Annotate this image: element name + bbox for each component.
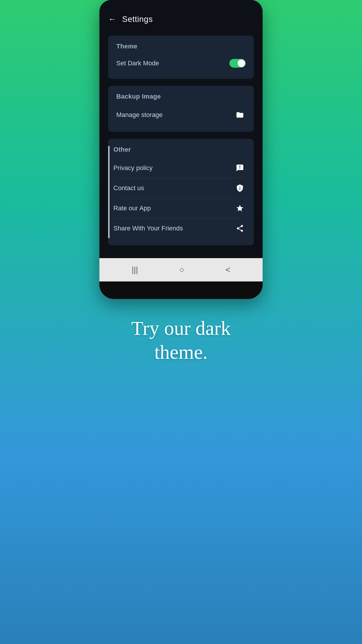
star-icon [234,202,246,214]
left-bar-accent [108,146,110,238]
app-bar: ← Settings [99,9,263,30]
home-button[interactable]: ○ [179,265,184,274]
page-title: Settings [122,15,153,24]
rate-app-label: Rate our App [113,204,151,212]
backup-section-card: Backup Image Manage storage [108,86,254,132]
dark-mode-row[interactable]: Set Dark Mode [116,55,246,72]
toggle-knob [238,60,245,67]
other-section-card: Other Privacy policy Contact us [108,139,254,245]
theme-section-title: Theme [116,43,246,50]
share-label: Share With Your Friends [113,225,183,232]
bottom-nav-bar: ||| ○ < [99,258,263,281]
caption-area: Try our dark theme. [99,316,263,364]
dark-mode-label: Set Dark Mode [116,60,159,67]
content-area: Theme Set Dark Mode Backup Image Manage … [99,30,263,258]
dark-mode-toggle[interactable] [229,59,246,68]
phone-chin [99,281,263,299]
other-section-title: Other [113,146,246,153]
theme-section-card: Theme Set Dark Mode [108,36,254,79]
rate-app-row[interactable]: Rate our App [113,198,246,218]
shield-info-icon [234,182,246,194]
folder-icon [234,109,246,121]
backup-section-title: Backup Image [116,93,246,100]
back-button[interactable]: ← [108,15,116,24]
privacy-policy-row[interactable]: Privacy policy [113,158,246,178]
back-nav-button[interactable]: < [226,265,230,274]
phone-container: ← Settings Theme Set Dark Mode Backup Im… [99,0,263,364]
privacy-policy-label: Privacy policy [113,164,152,172]
status-bar [99,0,263,9]
manage-storage-label: Manage storage [116,111,163,119]
contact-us-label: Contact us [113,184,144,192]
manage-storage-row[interactable]: Manage storage [116,105,246,125]
caption-text: Try our dark theme. [123,316,239,364]
recent-apps-button[interactable]: ||| [132,265,138,274]
contact-us-row[interactable]: Contact us [113,178,246,198]
share-row[interactable]: Share With Your Friends [113,218,246,238]
phone-body: ← Settings Theme Set Dark Mode Backup Im… [99,0,263,299]
share-icon [234,223,246,234]
chat-exclaim-icon [234,162,246,174]
